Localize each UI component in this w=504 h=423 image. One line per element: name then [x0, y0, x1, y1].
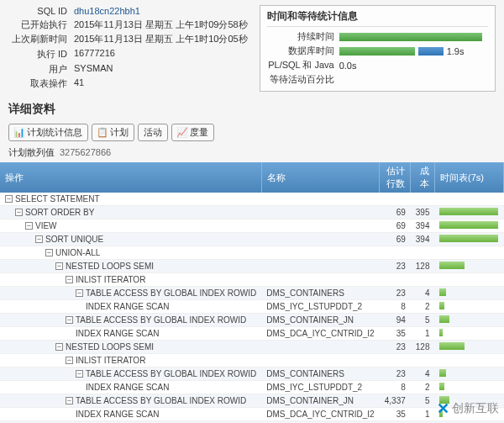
col-cost[interactable]: 成本	[411, 162, 435, 193]
table-row[interactable]: −INLIST ITERATOR	[0, 273, 504, 287]
name-cell	[261, 354, 379, 367]
operation-text: SORT ORDER BY	[25, 208, 94, 217]
table-row[interactable]: INDEX RANGE SCANDMS_DCA_IYC_CNTRID_I2351	[0, 408, 504, 421]
name-cell	[261, 273, 379, 287]
last-exec: 2015年11月13日 星期五 上午1时09分58秒	[71, 18, 251, 33]
table-row[interactable]: −TABLE ACCESS BY GLOBAL INDEX ROWIDDMS_C…	[0, 394, 504, 408]
operation-text: UNION-ALL	[55, 248, 100, 257]
tab-bar: 📊计划统计信息 📋计划 活动 📈度量	[0, 122, 504, 143]
col-time[interactable]: 时间表(7s)	[434, 162, 503, 193]
table-row[interactable]: −INLIST ITERATOR	[0, 354, 504, 367]
duration-bar	[339, 33, 482, 41]
table-row[interactable]: −UNION-ALL	[0, 246, 504, 260]
tree-toggle[interactable]: −	[66, 357, 73, 364]
operation-text: NESTED LOOPS SEMI	[66, 342, 154, 352]
plan-table: 操作 名称 估计行数 成本 时间表(7s) −SELECT STATEMENT−…	[0, 162, 504, 423]
tab-plan-stats[interactable]: 📊计划统计信息	[8, 124, 88, 141]
operation-text: INLIST ITERATOR	[76, 275, 145, 284]
exec-id: 16777216	[71, 47, 251, 62]
operation-text: INLIST ITERATOR	[76, 356, 145, 365]
name-cell	[261, 219, 379, 233]
table-row[interactable]: −NESTED LOOPS SEMI23128	[0, 341, 504, 354]
user: SYSMAN	[71, 62, 251, 77]
stats-title: 时间和等待统计信息	[267, 9, 488, 27]
time-bar	[439, 221, 498, 229]
name-cell: DMS_IYC_LSTUPDDT_2	[261, 381, 379, 394]
tree-toggle[interactable]: −	[76, 370, 83, 378]
time-bar	[439, 235, 498, 242]
name-cell	[261, 233, 379, 246]
tree-toggle[interactable]: −	[5, 195, 13, 203]
col-operation[interactable]: 操作	[0, 162, 261, 193]
db-time-bar	[339, 47, 415, 56]
table-row[interactable]: −NESTED LOOPS SEMI23128	[0, 260, 504, 273]
operation-text: VIEW	[35, 221, 57, 230]
table-row[interactable]: −TABLE ACCESS BY GLOBAL INDEX ROWIDDMS_C…	[0, 367, 504, 381]
tree-toggle[interactable]: −	[55, 343, 63, 351]
name-cell: DMS_CONTAINER_JN	[261, 314, 379, 327]
col-est-rows[interactable]: 估计行数	[380, 162, 411, 193]
col-name[interactable]: 名称	[261, 162, 379, 193]
name-cell: DMS_CONTAINERS	[261, 367, 379, 381]
details-title: 详细资料	[0, 97, 504, 122]
table-row[interactable]: −VIEW69394	[0, 219, 504, 233]
table-row[interactable]: INDEX RANGE SCANDMS_IYC_LSTUPDDT_282	[0, 300, 504, 314]
name-cell: DMS_DCA_IYC_CNTRID_I2	[261, 327, 379, 341]
operation-text: INDEX RANGE SCAN	[86, 383, 169, 392]
operation-text: SELECT STATEMENT	[15, 194, 100, 204]
time-bar	[439, 302, 444, 309]
name-cell	[261, 341, 379, 354]
sql-id-link[interactable]: dhu18cn22hbh1	[74, 6, 140, 16]
plan-icon: 📋	[97, 128, 108, 138]
operation-text: SORT UNIQUE	[45, 235, 103, 244]
last-refresh: 2015年11月13日 星期五 上午1时10分05秒	[71, 32, 251, 47]
name-cell: DMS_CONTAINER_JN	[261, 394, 379, 408]
tree-toggle[interactable]: −	[25, 222, 33, 230]
table-row[interactable]: −TABLE ACCESS BY GLOBAL INDEX ROWIDDMS_C…	[0, 287, 504, 300]
tree-toggle[interactable]: −	[66, 316, 73, 324]
stats-icon: 📊	[14, 128, 24, 138]
table-row[interactable]: −TABLE ACCESS BY GLOBAL INDEX ROWIDDMS_C…	[0, 314, 504, 327]
brand-logo: ✕ 创新互联	[437, 399, 499, 418]
tree-toggle[interactable]: −	[35, 235, 43, 243]
time-bar	[439, 315, 449, 323]
time-bar	[439, 262, 465, 269]
operation-text: INDEX RANGE SCAN	[76, 329, 159, 338]
table-row[interactable]: −SELECT STATEMENT	[0, 193, 504, 206]
time-bar	[439, 329, 443, 336]
time-bar	[439, 288, 446, 296]
tree-toggle[interactable]: −	[66, 276, 73, 283]
time-bar	[439, 342, 465, 350]
table-row[interactable]: −SORT ORDER BY69395	[0, 206, 504, 219]
operation-text: INDEX RANGE SCAN	[76, 410, 159, 419]
name-cell	[261, 193, 379, 206]
name-cell: DMS_IYC_LSTUPDDT_2	[261, 300, 379, 314]
sql-info-table: SQL IDdhu18cn22hbh1 已开始执行2015年11月13日 星期五…	[8, 5, 251, 92]
tab-metrics[interactable]: 📈度量	[171, 124, 214, 141]
tab-activity[interactable]: 活动	[138, 124, 168, 141]
tree-toggle[interactable]: −	[15, 209, 23, 216]
fetch-ops: 41	[71, 77, 251, 92]
table-row[interactable]: INDEX RANGE SCANDMS_DCA_IYC_CNTRID_I2351	[0, 327, 504, 341]
tree-toggle[interactable]: −	[45, 249, 53, 256]
table-row[interactable]: INDEX RANGE SCANDMS_IYC_LSTUPDDT_282	[0, 381, 504, 394]
name-cell	[261, 260, 379, 273]
operation-text: TABLE ACCESS BY GLOBAL INDEX ROWID	[86, 288, 256, 298]
operation-text: TABLE ACCESS BY GLOBAL INDEX ROWID	[86, 369, 256, 378]
metrics-icon: 📈	[177, 128, 187, 138]
time-bar	[439, 383, 444, 390]
tree-toggle[interactable]: −	[76, 289, 83, 297]
logo-icon: ✕	[437, 399, 449, 418]
time-bar	[439, 208, 498, 215]
tab-plan[interactable]: 📋计划	[92, 124, 134, 141]
time-stats-panel: 时间和等待统计信息 持续时间 数据库时间 1.9s PL/SQL 和 Java …	[260, 5, 496, 92]
time-bar	[439, 369, 446, 377]
plan-hash: 计划散列值3275627866	[0, 143, 504, 162]
name-cell: DMS_DCA_IYC_CNTRID_I2	[261, 408, 379, 421]
name-cell	[261, 246, 379, 260]
table-row[interactable]: −SORT UNIQUE69394	[0, 233, 504, 246]
tree-toggle[interactable]: −	[55, 262, 63, 270]
tree-toggle[interactable]: −	[66, 397, 73, 404]
name-cell: DMS_CONTAINERS	[261, 287, 379, 300]
operation-text: INDEX RANGE SCAN	[86, 302, 169, 311]
